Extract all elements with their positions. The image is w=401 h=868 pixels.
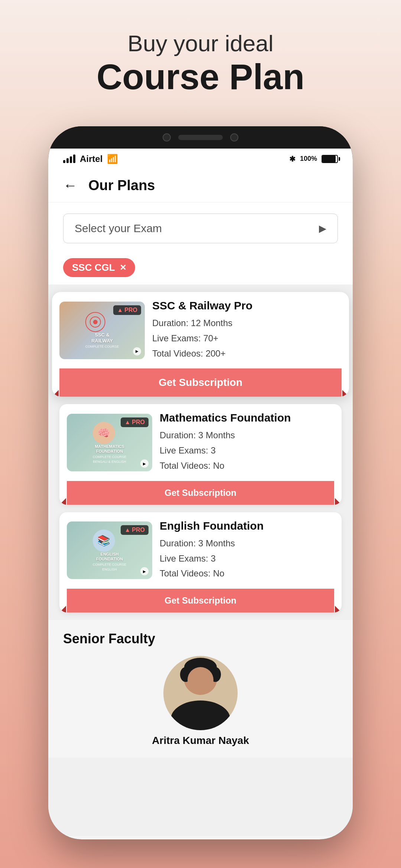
filter-tags: SSC CGL ✕ — [48, 254, 353, 285]
back-button[interactable]: ← — [63, 178, 77, 194]
thumb-course-name-eng: ENGLISHFOUNDATION — [93, 552, 127, 562]
plan-info-math: Mathematics Foundation Duration: 3 Month… — [160, 412, 334, 473]
plan-card-inner-ssc: ▲ PRO SSC &RAILWAY COMPLETE COURSE — [52, 292, 349, 368]
plan-title-math: Mathematics Foundation — [160, 412, 334, 424]
pro-badge-label: PRO — [124, 307, 137, 313]
faculty-section: Senior Faculty — [48, 620, 353, 758]
page-header: Buy your ideal Course Plan — [0, 0, 401, 111]
phone-notch — [48, 126, 353, 149]
faculty-photo — [163, 656, 238, 730]
bluetooth-icon: ✱ — [289, 155, 296, 163]
ribbon-decoration-english: Get Subscription — [67, 589, 334, 612]
app-header: ← Our Plans — [48, 169, 353, 202]
status-left: Airtel 📶 — [63, 154, 118, 164]
signal-icon — [63, 155, 75, 163]
wifi-icon: 📶 — [107, 154, 118, 164]
math-icon: 🧠 — [93, 422, 115, 444]
plan-card-inner-english: ▲ PRO 📚 ENGLISHFOUNDATION COMPLETE COURS… — [59, 512, 342, 589]
tag-label: SSC CGL — [72, 262, 115, 273]
thumb-content-ssc: SSC &RAILWAY COMPLETE COURSE — [85, 312, 119, 348]
status-bar: Airtel 📶 ✱ 100% — [48, 149, 353, 169]
math-thumbnail: ▲ PRO 🧠 MATHEMATICSFOUNDATION COMPLETE C… — [67, 414, 152, 471]
thumb-lang-eng: ENGLISH — [93, 568, 127, 571]
thumb-lang-math: BENGALI & ENGLISH — [93, 460, 127, 464]
plan-duration-english: Duration: 3 Months — [160, 536, 334, 551]
app-title: Our Plans — [88, 178, 155, 194]
get-subscription-button-english[interactable]: Get Subscription — [67, 589, 334, 612]
speaker — [178, 135, 223, 140]
plan-live-exams-ssc: Live Exams: 70+ — [152, 331, 342, 346]
app-content: ← Our Plans Select your Exam ▶ SSC CGL ✕ — [48, 169, 353, 839]
select-exam-placeholder: Select your Exam — [75, 222, 162, 235]
plan-title-ssc: SSC & Railway Pro — [152, 299, 342, 312]
thumb-course-name-math: MATHEMATICSFOUNDATION — [93, 444, 127, 453]
dropdown-arrow-icon: ▶ — [319, 223, 326, 234]
status-right: ✱ 100% — [289, 155, 338, 163]
select-exam-container: Select your Exam ▶ — [48, 202, 353, 254]
battery-fill — [322, 156, 336, 162]
books-icon: 📚 — [93, 530, 115, 552]
english-thumbnail: ▲ PRO 📚 ENGLISHFOUNDATION COMPLETE COURS… — [67, 521, 152, 579]
phone-frame: Airtel 📶 ✱ 100% ← Our Plans Select your … — [48, 126, 353, 839]
faculty-avatar-svg — [163, 656, 238, 730]
plan-duration-ssc: Duration: 12 Months — [152, 316, 342, 331]
faculty-name: Aritra Kumar Nayak — [152, 735, 249, 747]
faculty-section-title: Senior Faculty — [63, 631, 338, 647]
thumb-sub-ssc: COMPLETE COURSE — [85, 345, 119, 348]
header-subtitle: Buy your ideal — [0, 30, 401, 57]
play-icon-math: ▶ — [140, 459, 149, 468]
plan-videos-math: Total Videos: No — [160, 458, 334, 474]
notch-cameras — [163, 133, 238, 142]
plan-title-english: English Foundation — [160, 520, 334, 532]
plan-live-exams-math: Live Exams: 3 — [160, 443, 334, 458]
thumb-sub-math: COMPLETE COURSE — [93, 455, 127, 459]
target-inner — [90, 316, 101, 328]
battery-percent: 100% — [300, 155, 317, 163]
svg-point-5 — [188, 667, 213, 693]
front-camera — [163, 133, 171, 142]
header-title: Course Plan — [0, 57, 401, 97]
plan-videos-ssc: Total Videos: 200+ — [152, 346, 342, 361]
get-subscription-button-ssc[interactable]: Get Subscription — [59, 368, 342, 397]
plan-videos-english: Total Videos: No — [160, 566, 334, 581]
plan-live-exams-english: Live Exams: 3 — [160, 551, 334, 566]
thumb-content-english: 📚 ENGLISHFOUNDATION COMPLETE COURSE ENGL… — [93, 530, 127, 571]
battery-icon — [322, 155, 338, 163]
plan-info-english: English Foundation Duration: 3 Months Li… — [160, 520, 334, 581]
carrier-name: Airtel — [80, 154, 102, 164]
plan-card-inner-math: ▲ PRO 🧠 MATHEMATICSFOUNDATION COMPLETE C… — [59, 404, 342, 481]
target-dot — [93, 320, 98, 324]
thumb-content-math: 🧠 MATHEMATICSFOUNDATION COMPLETE COURSE … — [93, 422, 127, 463]
ssc-railway-thumbnail: ▲ PRO SSC &RAILWAY COMPLETE COURSE — [59, 302, 145, 359]
ribbon-decoration-math: Get Subscription — [67, 481, 334, 505]
target-ring-icon — [85, 312, 105, 332]
plan-card-ssc-railway: ▲ PRO SSC &RAILWAY COMPLETE COURSE — [52, 292, 349, 397]
plans-list: ▲ PRO SSC &RAILWAY COMPLETE COURSE — [48, 285, 353, 836]
tag-close-icon[interactable]: ✕ — [120, 263, 126, 273]
plan-duration-math: Duration: 3 Months — [160, 428, 334, 443]
thumb-course-name-ssc: SSC &RAILWAY — [85, 332, 119, 344]
pro-badge-label-eng: PRO — [132, 527, 145, 533]
thumb-sub-eng: COMPLETE COURSE — [93, 563, 127, 566]
get-subscription-button-math[interactable]: Get Subscription — [67, 481, 334, 505]
ribbon-decoration-ssc: Get Subscription — [59, 368, 342, 397]
select-exam-dropdown[interactable]: Select your Exam ▶ — [63, 214, 338, 243]
play-icon-ssc: ▶ — [133, 347, 141, 355]
play-icon-eng: ▶ — [140, 567, 149, 575]
svg-rect-1 — [171, 700, 230, 730]
ssc-cgl-tag[interactable]: SSC CGL ✕ — [63, 258, 135, 277]
pro-badge-label-math: PRO — [132, 419, 145, 426]
plan-card-math: ▲ PRO 🧠 MATHEMATICSFOUNDATION COMPLETE C… — [59, 404, 342, 504]
plan-info-ssc: SSC & Railway Pro Duration: 12 Months Li… — [152, 299, 342, 361]
faculty-avatar: Aritra Kumar Nayak — [63, 656, 338, 747]
front-camera-2 — [230, 133, 238, 142]
plan-card-english: ▲ PRO 📚 ENGLISHFOUNDATION COMPLETE COURS… — [59, 512, 342, 612]
